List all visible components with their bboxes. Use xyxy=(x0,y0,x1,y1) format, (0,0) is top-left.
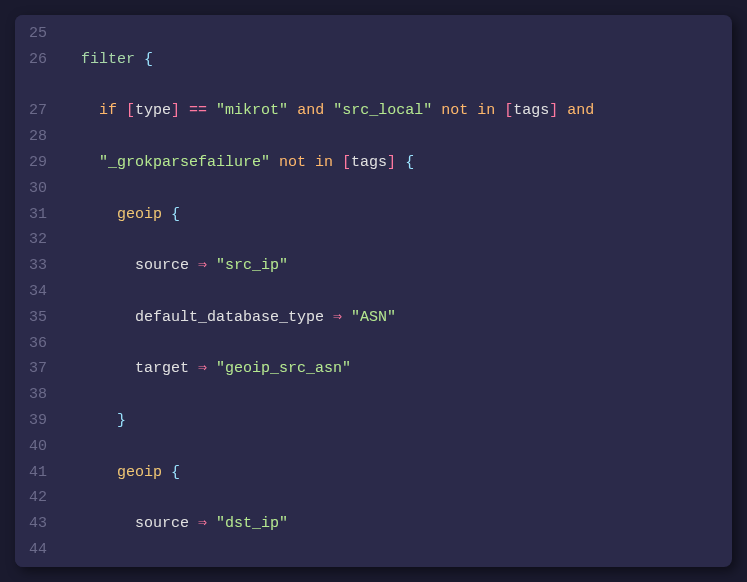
code-editor[interactable]: 2526 27282930313233343536373839404142434… xyxy=(15,15,732,567)
code-line: default_database_type ⇒ "ASN" xyxy=(63,563,722,567)
line-number-gutter: 2526 27282930313233343536373839404142434… xyxy=(15,15,57,567)
line-number: 44 xyxy=(29,537,47,563)
line-number: 37 xyxy=(29,356,47,382)
line-number: 30 xyxy=(29,176,47,202)
line-number: 36 xyxy=(29,331,47,357)
code-line: filter { xyxy=(63,47,722,73)
line-number: 43 xyxy=(29,511,47,537)
line-number-wrap xyxy=(29,73,47,99)
line-number: 42 xyxy=(29,485,47,511)
code-line: source ⇒ "dst_ip" xyxy=(63,511,722,537)
line-number: 40 xyxy=(29,434,47,460)
line-number: 45 xyxy=(29,563,47,567)
line-number: 39 xyxy=(29,408,47,434)
line-number: 31 xyxy=(29,202,47,228)
code-line: if [type] == "mikrot" and "src_local" no… xyxy=(63,98,722,124)
line-number: 35 xyxy=(29,305,47,331)
code-line: source ⇒ "src_ip" xyxy=(63,253,722,279)
code-line: target ⇒ "geoip_src_asn" xyxy=(63,356,722,382)
code-content[interactable]: filter { if [type] == "mikrot" and "src_… xyxy=(57,15,732,567)
line-number: 27 xyxy=(29,98,47,124)
line-number: 28 xyxy=(29,124,47,150)
line-number: 29 xyxy=(29,150,47,176)
code-line: } xyxy=(63,408,722,434)
line-number: 34 xyxy=(29,279,47,305)
code-line-wrap: "_grokparsefailure" not in [tags] { xyxy=(63,150,722,176)
line-number: 41 xyxy=(29,460,47,486)
keyword-filter: filter xyxy=(81,51,135,68)
code-line: geoip { xyxy=(63,202,722,228)
code-line: default_database_type ⇒ "ASN" xyxy=(63,305,722,331)
line-number: 32 xyxy=(29,227,47,253)
line-number: 26 xyxy=(29,47,47,73)
line-number: 38 xyxy=(29,382,47,408)
line-number: 25 xyxy=(29,21,47,47)
line-number: 33 xyxy=(29,253,47,279)
code-line: geoip { xyxy=(63,460,722,486)
